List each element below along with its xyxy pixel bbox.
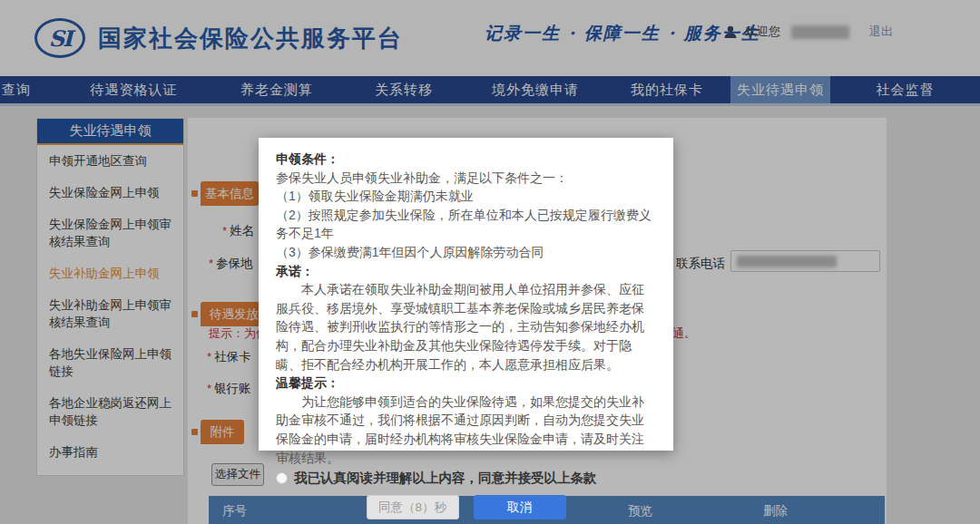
conditions-intro: 参保失业人员申领失业补助金，满足以下条件之一： bbox=[276, 169, 656, 188]
promise-body: 本人承诺在领取失业补助金期间被用人单位招用并参保、应征服兵役、移居境外、享受城镇… bbox=[276, 280, 656, 374]
condition-3: （3）参保缴费满1年但因个人原因解除劳动合同 bbox=[276, 243, 656, 262]
terms-modal: 申领条件： 参保失业人员申领失业补助金，满足以下条件之一： （1）领取失业保险金… bbox=[259, 138, 673, 451]
conditions-title: 申领条件： bbox=[276, 150, 656, 169]
tips-body: 为让您能够申领到适合的失业保险待遇，如果您提交的失业补助金审核不通过，我们将根据… bbox=[276, 393, 656, 467]
agree-countdown-button[interactable]: 同意（8）秒 bbox=[367, 495, 459, 519]
condition-2: （2）按照规定参加失业保险，所在单位和本人已按规定履行缴费义务不足1年 bbox=[276, 206, 656, 243]
cancel-button[interactable]: 取消 bbox=[474, 495, 566, 519]
agree-checkbox-label: 我已认真阅读并理解以上内容，同意并接受以上条款 bbox=[294, 470, 597, 487]
agree-checkbox-row[interactable]: 我已认真阅读并理解以上内容，同意并接受以上条款 bbox=[276, 470, 656, 487]
tips-title: 温馨提示： bbox=[276, 374, 656, 393]
modal-buttons: 同意（8）秒 取消 bbox=[276, 495, 656, 519]
condition-1: （1）领取失业保险金期满仍未就业 bbox=[276, 187, 656, 206]
promise-title: 承诺： bbox=[276, 262, 656, 281]
agree-checkbox[interactable] bbox=[276, 472, 288, 484]
